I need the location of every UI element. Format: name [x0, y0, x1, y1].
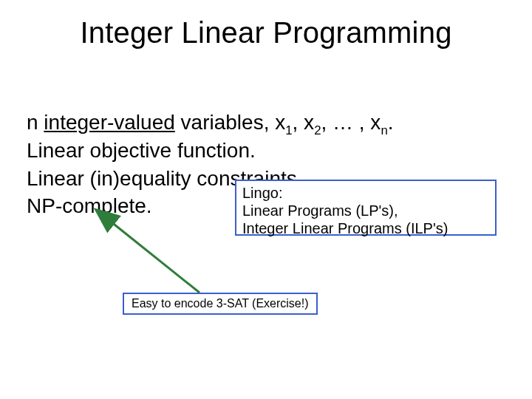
text: n	[27, 111, 44, 134]
text-underlined: integer-valued	[44, 111, 174, 134]
callout-line-2: Linear Programs (LP's),	[242, 202, 489, 219]
line-1: n integer-valued variables, x1, x2, … , …	[27, 109, 505, 136]
text: .	[388, 111, 394, 134]
slide: Integer Linear Programming n integer-val…	[0, 0, 532, 399]
slide-title: Integer Linear Programming	[0, 16, 532, 50]
subscript: 1	[285, 123, 292, 137]
callout-box: Lingo: Linear Programs (LP's), Integer L…	[235, 180, 497, 236]
svg-line-0	[111, 222, 200, 293]
subscript: n	[381, 123, 387, 137]
text: variables, x	[175, 111, 285, 134]
callout-line-1: Lingo:	[242, 184, 489, 202]
line-2: Linear objective function.	[27, 137, 505, 164]
callout-line-3: Integer Linear Programs (ILP's)	[242, 219, 489, 237]
note-box: Easy to encode 3-SAT (Exercise!)	[123, 293, 318, 315]
text: , x	[293, 111, 315, 134]
text: , … , x	[321, 111, 381, 134]
